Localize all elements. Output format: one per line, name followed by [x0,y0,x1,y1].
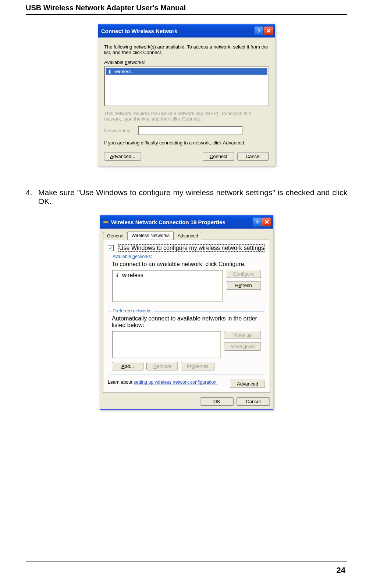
cancel-button[interactable]: Cancel [237,152,269,161]
dialog-title: Connect to Wireless Network [101,28,254,34]
use-windows-checkbox-row[interactable]: ✓ Use Windows to configure my wireless n… [108,244,265,252]
network-name: wireless [122,272,143,279]
refresh-button[interactable]: Refresh [226,281,261,290]
help-icon[interactable]: ? [255,26,263,35]
svg-rect-0 [109,70,110,74]
add-button[interactable]: Add... [112,362,143,370]
group-label: Preferred networks: [111,308,154,313]
svg-rect-2 [103,221,108,223]
titlebar[interactable]: Wireless Network Connection 18 Propertie… [100,215,273,229]
advanced-hint: If you are having difficulty connecting … [104,140,269,146]
doc-header: USB Wireless Network Adapter User's Manu… [26,4,347,15]
move-down-button: Move down [224,342,261,351]
svg-rect-3 [107,222,109,223]
properties-button: Properties [181,362,214,370]
available-text: To connect to an available network, clic… [112,261,261,268]
preferred-text: Automatically connect to available netwo… [112,315,261,329]
preferred-listbox[interactable] [112,331,221,358]
wifi-icon [107,69,112,74]
wifi-icon [115,273,120,278]
adapter-icon [103,219,109,225]
network-item-selected[interactable]: wireless [106,68,267,75]
intro-text: The following network(s) are available. … [104,44,269,55]
page-number: 24 [337,566,345,575]
available-label: Available networks: [104,60,269,65]
svg-point-5 [117,273,118,275]
group-preferred-networks: Preferred networks: Automatically connec… [108,311,265,374]
tab-bar: General Wireless Networks Advanced [100,229,273,240]
configure-button: Configure [226,270,261,278]
help-icon[interactable]: ? [253,218,262,226]
network-key-input[interactable] [138,126,243,135]
advanced-button[interactable]: Advanced... [104,152,141,161]
tab-general[interactable]: General [103,232,127,240]
move-up-button: Move up [224,331,261,339]
tab-wireless-networks[interactable]: Wireless Networks [127,232,174,240]
network-listbox[interactable]: wireless [104,67,269,106]
checkbox-label: Use Windows to configure my wireless net… [118,244,265,252]
step-number: 4. [26,188,38,206]
tab-panel: ✓ Use Windows to configure my wireless n… [103,240,270,393]
list-item[interactable]: wireless [114,272,221,279]
ok-button[interactable]: OK [200,397,234,406]
step-text: Make sure "Use Windows to configure my w… [38,188,347,206]
titlebar[interactable]: Connect to Wireless Network ? ✕ [98,24,275,37]
wep-note: This network requires the use of a netwo… [104,111,269,122]
remove-button: Remove [146,362,178,370]
learn-link[interactable]: setting up wireless network configuratio… [134,380,218,385]
group-available-networks: Available networks: To connect to an ava… [108,257,265,306]
dialog-wireless-properties: Wireless Network Connection 18 Propertie… [100,215,273,410]
network-name: wireless [114,69,132,74]
cancel-button[interactable]: Cancel [237,397,270,406]
close-icon[interactable]: ✕ [262,218,271,226]
step-instruction: 4. Make sure "Use Windows to configure m… [26,188,347,206]
advanced-button[interactable]: Advanced [230,380,265,388]
available-listbox[interactable]: wireless [112,270,223,302]
learn-text: Learn about setting up wireless network … [108,380,227,385]
tab-advanced[interactable]: Advanced [174,232,202,240]
dialog-title: Wireless Network Connection 18 Propertie… [111,219,252,225]
checkbox-icon[interactable]: ✓ [108,245,114,251]
footer-rule [26,562,347,562]
connect-button[interactable]: Connect [203,152,234,161]
network-key-label: Network key: [104,128,132,133]
group-label: Available networks: [111,254,153,259]
dialog-connect-wireless: Connect to Wireless Network ? ✕ The foll… [98,24,275,166]
close-icon[interactable]: ✕ [264,26,273,35]
